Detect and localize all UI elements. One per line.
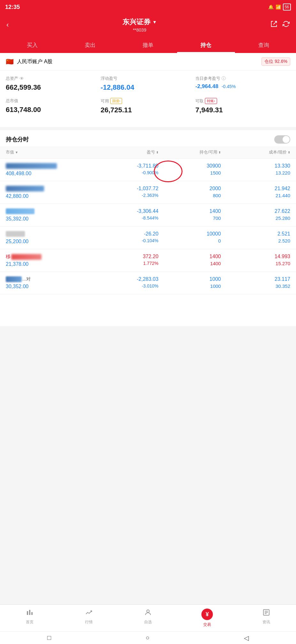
tab-cancel[interactable]: 撤单 [119, 38, 177, 53]
stock-pnl-4: -26.20 [89, 231, 158, 237]
nav-market[interactable]: 行情 [59, 607, 118, 629]
stock-col-pnl-4: -26.20 -0.104% [89, 231, 158, 244]
stock-row[interactable]: 25,200.00 -26.20 -0.104% 10000 0 2.521 2… [0, 227, 296, 249]
stock-name-blur-4 [6, 231, 25, 237]
back-button[interactable]: ‹ [6, 21, 9, 29]
stock-col-cost-5: 14.993 15.270 [221, 254, 290, 267]
stock-col-qty-4: 10000 0 [159, 231, 221, 244]
stock-price-4: 2.520 [221, 238, 290, 243]
stock-market-val-4: 25,200.00 [6, 239, 89, 244]
sys-nav-back[interactable]: ◁ [244, 634, 249, 642]
stock-name-suffix-6: ...对 [22, 276, 31, 282]
sys-nav-home[interactable]: ○ [145, 634, 149, 641]
svg-rect-2 [31, 612, 33, 615]
nav-trade-label: 交易 [203, 622, 211, 627]
header-actions [270, 20, 290, 29]
stock-qty-1: 30900 [159, 163, 221, 169]
stock-name-blur-5 [11, 254, 42, 260]
eye-icon[interactable]: 👁 [19, 76, 24, 81]
stock-row[interactable]: 35,392.00 -3,306.44 -8.544% 1400 700 27.… [0, 204, 296, 227]
nav-watchlist[interactable]: 自选 [118, 607, 177, 629]
stock-col-qty-5: 1400 1400 [159, 254, 221, 267]
stock-avail-6: 1000 [159, 283, 221, 289]
tab-query[interactable]: 查询 [235, 38, 293, 53]
stock-row[interactable]: 42,880.00 -1,037.72 -2.363% 2000 800 21.… [0, 181, 296, 204]
sys-nav: □ ○ ◁ [0, 631, 296, 644]
svg-point-3 [147, 610, 149, 612]
stock-col-pnl-3: -3,306.44 -8.544% [89, 208, 158, 222]
stock-cost-6: 23.117 [221, 276, 290, 282]
transfer-tag[interactable]: 转账› [205, 98, 217, 104]
stock-row[interactable]: 408,498.00 -3,711.80 -0.900% 30900 1500 … [0, 159, 296, 181]
nav-news[interactable]: 资讯 [237, 607, 296, 629]
total-market-value: 总市值 613,748.00 [6, 98, 101, 114]
th-market-value[interactable]: 市值 ▼ [6, 149, 89, 155]
bottom-nav: 首页 行情 自选 ¥ 交易 [0, 604, 296, 631]
china-flag-icon: 🇨🇳 [6, 58, 14, 65]
stock-qty-5: 1400 [159, 254, 221, 259]
tab-buy[interactable]: 买入 [3, 38, 61, 53]
stock-name-blur-3 [6, 208, 35, 214]
holdings-section: 持仓分时 市值 ▼ 盈亏 ⬍ 持仓/可用 ⬍ 成本/现价 ⬍ 408,498.0… [0, 130, 296, 326]
bond-tag[interactable]: 国债› [110, 98, 122, 104]
nav-home[interactable]: 首页 [0, 607, 59, 629]
stock-pnl-pct-2: -2.363% [89, 193, 158, 198]
share-button[interactable] [270, 20, 277, 29]
total-assets: 总资产 👁 662,599.36 [6, 76, 101, 92]
header: ‹ 东兴证券 ▼ **8039 [0, 14, 296, 38]
stock-col-pnl-5: 372.20 1.772% [89, 254, 158, 267]
info-icon[interactable]: ⓘ [222, 76, 226, 81]
battery-indicator: 56 [283, 4, 291, 11]
stock-avail-5: 1400 [159, 261, 221, 266]
trade-yuan-icon: ¥ [206, 611, 209, 618]
stock-qty-6: 1000 [159, 276, 221, 282]
floating-pnl-value: -12,886.04 [101, 83, 196, 92]
stock-col-cost-3: 27.622 25.280 [221, 208, 290, 222]
account-left: 🇨🇳 人民币账户 A股 [6, 58, 52, 65]
home-icon [26, 609, 34, 618]
nav-market-label: 行情 [85, 619, 93, 625]
stock-pnl-pct-5: 1.772% [89, 261, 158, 266]
stock-market-val-5: 21,378.00 [6, 261, 89, 267]
stock-avail-3: 700 [159, 215, 221, 221]
nav-trade[interactable]: ¥ 交易 [178, 607, 237, 629]
stock-avail-2: 800 [159, 193, 221, 198]
stock-cost-4: 2.521 [221, 231, 290, 237]
sort-icon-cost: ⬍ [288, 151, 290, 154]
chevron-down-icon[interactable]: ▼ [152, 19, 157, 25]
stock-price-2: 21.440 [221, 193, 290, 198]
trade-icon-circle: ¥ [201, 609, 213, 620]
stock-market-val-2: 42,880.00 [6, 193, 89, 199]
stock-pnl-pct-4: -0.104% [89, 238, 158, 243]
holdings-toggle[interactable] [274, 135, 290, 144]
stock-row[interactable]: 移 21,378.00 372.20 1.772% 1400 1400 14.9… [0, 249, 296, 272]
tab-holdings[interactable]: 持仓 [177, 38, 235, 53]
stock-market-val-3: 35,392.00 [6, 216, 89, 222]
status-time: 12:35 [5, 4, 20, 11]
stock-col-qty-1: 30900 1500 [159, 163, 221, 176]
tab-sell[interactable]: 卖出 [61, 38, 119, 53]
stock-col-name-3: 35,392.00 [6, 208, 89, 222]
daily-pnl: 当日参考盈亏 ⓘ -2,964.48 -0.45% [195, 76, 290, 92]
broker-name: 东兴证券 [122, 17, 151, 27]
refresh-button[interactable] [283, 20, 290, 29]
th-qty[interactable]: 持仓/可用 ⬍ [159, 149, 221, 155]
market-value-label: 总市值 [6, 98, 18, 104]
stock-col-name-1: 408,498.00 [6, 163, 89, 176]
sys-nav-square[interactable]: □ [47, 634, 51, 641]
header-center: 东兴证券 ▼ **8039 [122, 17, 157, 33]
stock-price-5: 15.270 [221, 261, 290, 266]
stock-row[interactable]: ...对 30,352.00 -2,283.03 -3.010% 1000 10… [0, 272, 296, 294]
stock-cost-3: 27.622 [221, 208, 290, 214]
sort-icon-pnl: ⬍ [156, 151, 159, 154]
market-value-value: 613,748.00 [6, 106, 101, 114]
th-pnl[interactable]: 盈亏 ⬍ [89, 149, 158, 155]
stock-col-name-4: 25,200.00 [6, 231, 89, 244]
th-cost[interactable]: 成本/现价 ⬍ [221, 149, 290, 155]
nav-home-label: 首页 [26, 619, 34, 625]
holdings-title: 持仓分时 [6, 136, 29, 143]
stock-pnl-2: -1,037.72 [89, 186, 158, 191]
svg-rect-1 [29, 610, 30, 615]
stock-qty-4: 10000 [159, 231, 221, 237]
available-value: 26,725.11 [101, 106, 196, 114]
